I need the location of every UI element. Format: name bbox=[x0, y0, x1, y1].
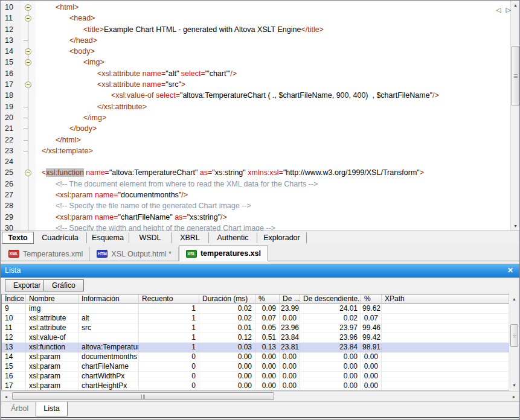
view-tab-cuadrícula[interactable]: Cuadrícula bbox=[34, 232, 87, 243]
table-row[interactable]: 9img10.020.0923.9924.0199.62 bbox=[2, 304, 509, 314]
scroll-up-icon[interactable]: ▲ bbox=[510, 294, 519, 304]
fold-collapse-icon[interactable] bbox=[25, 81, 31, 88]
view-tab-explorador[interactable]: Explorador bbox=[257, 232, 307, 243]
code-line[interactable]: </xsl:template> bbox=[36, 145, 510, 156]
code-line[interactable]: <head> bbox=[36, 13, 510, 24]
table-cell: 0 bbox=[139, 352, 199, 362]
view-tab-authentic[interactable]: Authentic bbox=[209, 232, 257, 243]
scroll-down-icon[interactable]: ▼ bbox=[511, 221, 519, 231]
fold-collapse-icon[interactable] bbox=[25, 4, 31, 11]
thumb-grip bbox=[141, 395, 145, 399]
profiler-table[interactable]: ÍndiceNombreInformaciónRecuentoDuración … bbox=[1, 294, 509, 390]
code-line[interactable]: <!-- The document element from where to … bbox=[36, 179, 510, 189]
view-tab-texto[interactable]: Texto bbox=[2, 232, 34, 244]
code-line[interactable]: <!-- Specify the file name of the genera… bbox=[36, 200, 510, 211]
code-line[interactable]: </body> bbox=[36, 123, 510, 134]
hscrollbar-thumb[interactable] bbox=[12, 392, 274, 400]
scroll-left-icon[interactable]: ◄ bbox=[1, 392, 11, 401]
code-line[interactable]: <html> bbox=[36, 2, 510, 13]
fold-end-tick bbox=[24, 107, 28, 107]
column-header[interactable]: Índice bbox=[2, 294, 26, 304]
column-header[interactable]: Nombre bbox=[26, 294, 79, 304]
code-line[interactable]: <xsl:attribute name="src"> bbox=[36, 79, 510, 90]
view-tab-xbrl[interactable]: XBRL bbox=[172, 232, 209, 243]
table-row[interactable]: 10xsl:attributealt10.020.070.000.020.07 bbox=[2, 314, 509, 323]
file-tab[interactable]: XSLtemperatures.xsl bbox=[179, 246, 268, 261]
tab-prev-icon[interactable]: ◁ bbox=[496, 6, 506, 13]
table-row[interactable]: 12xsl:value-of10.120.5123.8423.9699.42 bbox=[2, 333, 509, 343]
column-header[interactable]: De descendiente... bbox=[300, 294, 361, 304]
code-token: "src" bbox=[165, 80, 181, 89]
table-cell: 0.00 bbox=[361, 372, 382, 381]
table-cell: 1 bbox=[139, 343, 199, 352]
grafico-button[interactable]: Gráfico bbox=[43, 279, 84, 291]
table-cell: xsl:param bbox=[26, 381, 79, 390]
code-token: as= bbox=[175, 213, 187, 221]
table-horizontal-scrollbar[interactable]: ◄ ► bbox=[1, 391, 519, 401]
column-header[interactable]: De ... bbox=[280, 294, 300, 304]
tab-next-icon[interactable]: ▷ bbox=[506, 6, 516, 13]
table-cell: 12 bbox=[2, 333, 26, 343]
table-cell bbox=[382, 333, 509, 343]
column-header[interactable]: Recuento bbox=[139, 294, 199, 304]
column-header[interactable]: % bbox=[361, 294, 382, 304]
code-line[interactable]: <xsl:param name="chartFileName" as="xs:s… bbox=[36, 212, 510, 223]
line-number: 23 bbox=[1, 145, 21, 156]
code-lines[interactable]: <html><head><title>Example Chart HTML - … bbox=[36, 1, 510, 231]
line-number-gutter: 1011121314151617181920212223242526272829… bbox=[1, 1, 21, 231]
view-tab-esquema[interactable]: Esquema bbox=[87, 232, 129, 243]
code-line[interactable]: <title>Example Chart HTML - generated wi… bbox=[36, 24, 510, 35]
table-row[interactable]: 15xsl:paramchartFileName00.000.000.000.0… bbox=[2, 362, 509, 372]
code-line[interactable]: </head> bbox=[36, 35, 510, 46]
code-line[interactable]: <xsl:attribute name="alt" select="'chart… bbox=[36, 68, 510, 79]
code-line[interactable]: </xsl:attribute> bbox=[36, 101, 510, 112]
fold-cell bbox=[21, 2, 36, 13]
fold-collapse-icon[interactable] bbox=[25, 59, 31, 66]
editor-scrollbar-thumb[interactable] bbox=[512, 46, 519, 106]
code-line[interactable]: <!-- Specify the width and height of the… bbox=[36, 223, 510, 231]
code-line[interactable]: <body> bbox=[36, 46, 510, 57]
fold-collapse-icon[interactable] bbox=[25, 170, 31, 176]
code-line[interactable]: <img> bbox=[36, 57, 510, 68]
code-token: <!-- Specify the width and height of the… bbox=[56, 224, 275, 231]
code-token: name= bbox=[143, 69, 166, 78]
table-vertical-scrollbar[interactable]: ▲ ▼ bbox=[509, 294, 519, 390]
table-row[interactable]: 11xsl:attributesrc10.010.0523.9623.9799.… bbox=[2, 323, 509, 333]
table-row[interactable]: 17xsl:paramchartHeightPx00.000.000.000.0… bbox=[2, 381, 509, 390]
column-header[interactable]: XPath bbox=[382, 294, 509, 304]
close-icon[interactable]: ✕ bbox=[506, 264, 515, 278]
view-tab-wsdl[interactable]: WSDL bbox=[129, 232, 172, 243]
column-header[interactable]: Duración (ms) bbox=[199, 294, 255, 304]
code-line[interactable]: <xsl:value-of select="altova:Temperature… bbox=[36, 90, 510, 101]
fold-collapse-icon[interactable] bbox=[25, 48, 31, 55]
code-line[interactable]: </html> bbox=[36, 135, 510, 145]
column-header[interactable]: Información bbox=[79, 294, 139, 304]
table-cell: xsl:function bbox=[26, 343, 79, 352]
code-token: select= bbox=[181, 69, 205, 78]
table-row[interactable]: 14xsl:paramdocumentmonths00.000.000.000.… bbox=[2, 352, 509, 362]
code-editor[interactable]: 1011121314151617181920212223242526272829… bbox=[1, 1, 519, 231]
code-line[interactable] bbox=[36, 156, 510, 167]
table-row[interactable]: 16xsl:paramchartWidthPx00.000.000.000.00… bbox=[2, 372, 509, 381]
table-row[interactable]: 13xsl:functionaltova:Temperatur...10.030… bbox=[2, 343, 509, 352]
table-cell: 0 bbox=[139, 362, 199, 372]
exportar-button[interactable]: Exportar bbox=[5, 279, 49, 291]
fold-markers bbox=[21, 2, 36, 231]
file-tab[interactable]: HTMXSL Output.html * bbox=[90, 247, 179, 261]
bottom-tab-lista[interactable]: Lista bbox=[36, 402, 67, 416]
table-cell: 0.00 bbox=[300, 352, 361, 362]
file-tab[interactable]: XMLTemperatures.xml bbox=[2, 247, 90, 261]
scroll-down-icon[interactable]: ▼ bbox=[510, 381, 519, 390]
code-line[interactable]: </img> bbox=[36, 112, 510, 123]
code-token: "alt" bbox=[165, 69, 181, 78]
fold-cell bbox=[21, 123, 36, 134]
editor-vertical-scrollbar[interactable]: ▲ ▼ bbox=[510, 1, 519, 231]
table-scrollbar-thumb[interactable] bbox=[510, 324, 518, 347]
scroll-right-icon[interactable]: ► bbox=[509, 392, 519, 401]
code-line[interactable]: <xsl:function name="altova:TemperatureCh… bbox=[36, 167, 510, 178]
code-token: <img> bbox=[83, 58, 104, 66]
fold-collapse-icon[interactable] bbox=[25, 15, 31, 22]
column-header[interactable]: % bbox=[255, 294, 280, 304]
code-line[interactable]: <xsl:param name="documentmonths"/> bbox=[36, 189, 510, 200]
bottom-tab-árbol[interactable]: Árbol bbox=[4, 402, 36, 416]
